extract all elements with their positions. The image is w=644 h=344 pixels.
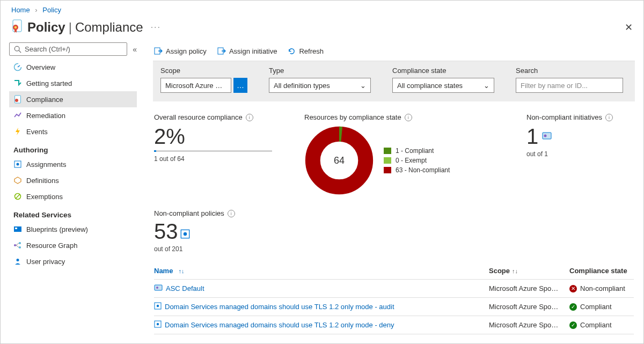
sidebar-item-blueprints[interactable]: Blueprints (preview) [9,221,137,237]
refresh-icon [288,47,296,55]
sidebar-item-definitions[interactable]: Definitions [9,172,137,188]
sidebar-item-assignments[interactable]: Assignments [9,156,137,172]
svg-line-19 [16,243,19,245]
sidebar-item-getting-started[interactable]: Getting started [9,75,137,91]
table-row[interactable]: ASC Default Microsoft Azure Spo… ✕ Non-c… [154,280,634,298]
sidebar-item-label: Blueprints (preview) [26,225,88,233]
initiative-icon [541,130,552,143]
policy-icon [154,302,162,311]
row-name-link[interactable]: ASC Default [166,284,204,292]
col-header-scope[interactable]: Scope↑↓ [489,267,569,275]
col-header-state[interactable]: Compliance state [569,267,634,275]
table-row[interactable]: Domain Services managed domains should u… [154,298,634,316]
search-label: Search [516,67,623,75]
assign-initiative-button[interactable]: Assign initiative [217,47,277,55]
sidebar-collapse-button[interactable]: « [133,45,137,54]
scope-picker-button[interactable]: … [233,78,247,93]
overall-compliance-label: Overall resource compliance i [154,113,288,121]
assign-icon [217,47,226,55]
compliance-state-select[interactable]: All compliance states ⌄ [392,78,494,93]
sidebar-item-events[interactable]: Events [9,123,137,140]
overall-compliance-value: 2% [154,126,288,147]
col-header-name[interactable]: Name↑↓ [154,267,489,275]
status-compliant-icon: ✓ [569,303,577,311]
compliance-donut-chart: 64 [304,126,374,195]
chevron-right-icon: › [32,6,40,14]
svg-point-31 [156,287,158,289]
chevron-down-icon: ⌄ [484,82,489,90]
svg-point-3 [14,46,19,51]
policy-icon [154,320,162,330]
sort-icon: ↑↓ [178,268,184,274]
row-scope: Microsoft Azure Spo… [489,284,569,292]
type-select[interactable]: All definition types ⌄ [269,78,371,93]
svg-point-18 [19,246,21,248]
svg-point-27 [544,134,547,137]
svg-line-4 [19,50,21,53]
filter-bar: Scope Microsoft Azure … … Type All defin… [153,61,635,101]
row-name-link[interactable]: Domain Services managed domains should u… [165,321,394,329]
svg-marker-11 [14,177,21,184]
svg-rect-15 [15,228,17,229]
sidebar-item-label: Exemptions [26,193,63,201]
policy-page-icon [11,19,23,35]
table-header: Name↑↓ Scope↑↓ Compliance state [154,262,634,280]
info-icon[interactable]: i [228,210,235,217]
getting-started-icon [13,79,22,87]
page-title: Policy|Compliance [27,20,143,35]
sidebar-item-exemptions[interactable]: Exemptions [9,188,137,204]
sidebar-search[interactable]: Search (Ctrl+/) [9,42,127,56]
action-toolbar: Assign policy Assign initiative Refresh [154,42,634,61]
breadcrumb-home[interactable]: Home [11,6,30,14]
close-button[interactable]: ✕ [625,21,633,33]
initiative-icon [154,284,163,293]
sidebar-item-label: Getting started [26,79,72,87]
sidebar-group-related: Related Services [9,204,137,221]
sidebar-item-compliance[interactable]: Compliance [9,91,137,107]
sidebar-item-overview[interactable]: Overview [9,59,137,75]
main-content: Assign policy Assign initiative Refresh … [141,42,643,342]
policy-icon [180,221,190,242]
svg-point-16 [14,244,16,246]
breadcrumb: Home › Policy [1,1,643,16]
more-menu-button[interactable]: ··· [151,23,161,32]
sidebar-item-label: Definitions [26,177,59,185]
sort-icon: ↑↓ [512,268,518,274]
assign-policy-button[interactable]: Assign policy [154,47,207,55]
row-scope: Microsoft Azure Spo… [489,303,569,311]
nc-policies-value: 53 [154,221,190,242]
sidebar-item-label: Resource Graph [26,241,77,250]
info-icon[interactable]: i [246,114,253,121]
sidebar: Search (Ctrl+/) « Overview Getting start… [1,42,141,342]
svg-line-6 [18,65,20,67]
resource-graph-icon [13,241,22,250]
row-state: Non-compliant [580,284,625,292]
policies-table: Name↑↓ Scope↑↓ Compliance state ASC Defa… [154,262,634,334]
sidebar-item-remediation[interactable]: Remediation [9,107,137,123]
initiatives-value: 1 [526,126,538,147]
sidebar-item-label: Compliance [26,96,63,104]
refresh-button[interactable]: Refresh [288,47,324,55]
svg-point-8 [15,99,18,102]
table-row[interactable]: Domain Services managed domains should u… [154,316,634,334]
info-icon[interactable]: i [605,114,613,121]
breadcrumb-policy[interactable]: Policy [42,6,61,14]
scope-input[interactable]: Microsoft Azure … [160,78,231,93]
filter-search-input[interactable]: Filter by name or ID... [516,78,623,93]
sidebar-item-label: Overview [26,63,55,71]
svg-line-20 [16,245,19,247]
sidebar-item-resource-graph[interactable]: Resource Graph [9,237,137,253]
info-icon[interactable]: i [405,114,412,121]
initiatives-label: Non-compliant initiatives i [526,113,634,121]
blueprints-icon [13,225,22,233]
svg-point-17 [19,242,21,244]
sidebar-search-placeholder: Search (Ctrl+/) [25,45,70,53]
sidebar-item-user-privacy[interactable]: User privacy [9,253,137,269]
sidebar-item-label: Assignments [26,160,66,169]
donut-legend: 1 - Compliant 0 - Exempt 63 - Non-compli… [384,145,450,176]
row-state: Compliant [580,303,612,311]
remediation-icon [13,111,22,120]
assign-icon [154,47,163,55]
row-name-link[interactable]: Domain Services managed domains should u… [165,303,394,311]
chevron-down-icon: ⌄ [360,82,366,90]
